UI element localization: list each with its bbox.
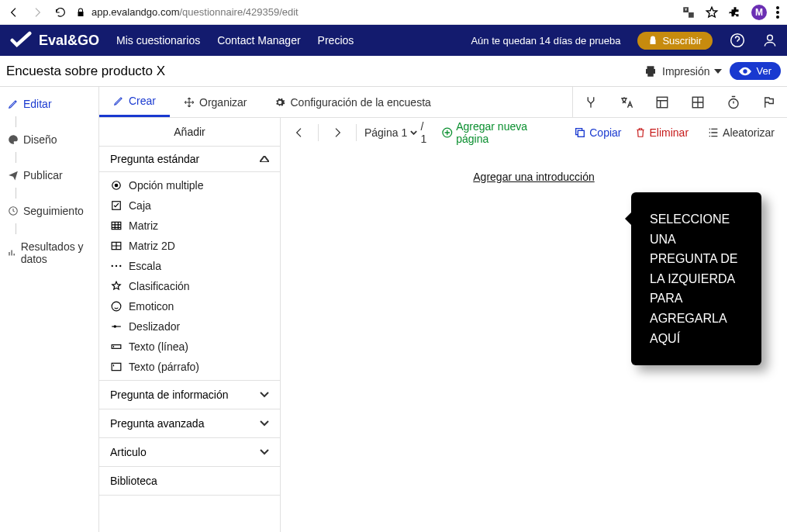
brand-logo[interactable]: Eval&GO xyxy=(9,31,99,50)
profile-avatar[interactable]: M xyxy=(751,5,767,20)
survey-title[interactable]: Encuesta sobre producto X xyxy=(6,64,644,79)
svg-point-1 xyxy=(776,11,779,14)
qtype-ranking[interactable]: Clasificación xyxy=(99,276,280,296)
editor-canvas: Página 1 / 1 Agregar nueva página Copiar xyxy=(281,118,787,532)
sidebar-item-design[interactable]: Diseño xyxy=(5,129,94,150)
chevron-down-icon xyxy=(260,449,269,455)
copy-page-button[interactable]: Copiar xyxy=(569,126,626,139)
nav-my-surveys[interactable]: Mis cuestionarios xyxy=(116,34,200,47)
accordion-info-question[interactable]: Pregunta de información xyxy=(99,380,280,409)
address-bar[interactable]: app.evalandgo.com/questionnaire/429359/e… xyxy=(76,6,672,18)
help-icon[interactable] xyxy=(730,33,745,48)
accordion-standard-question[interactable]: Pregunta estándar xyxy=(99,146,280,172)
add-panel: Añadir Pregunta estándar Opción multiple… xyxy=(99,118,281,532)
eye-icon xyxy=(739,67,751,76)
list-icon xyxy=(707,127,720,138)
plus-circle-icon xyxy=(441,126,454,139)
caret-down-icon xyxy=(714,69,722,74)
qtype-text-paragraph[interactable]: Texto (párrafo) xyxy=(99,357,280,377)
copy-icon xyxy=(574,126,586,139)
svg-point-17 xyxy=(112,302,121,311)
trial-message: Aún te quedan 14 días de prueba xyxy=(471,35,620,47)
url-host: app.evalandgo.com xyxy=(91,6,179,18)
checkbox-icon xyxy=(110,199,123,212)
chevron-up-icon xyxy=(260,156,269,162)
qtype-matrix2d[interactable]: Matriz 2D xyxy=(99,236,280,256)
qtype-emoticon[interactable]: Emoticon xyxy=(99,296,280,316)
svg-point-14 xyxy=(112,265,113,267)
tool-grid-icon[interactable] xyxy=(680,87,716,117)
tab-create[interactable]: Crear xyxy=(99,87,170,117)
browser-forward-icon[interactable] xyxy=(31,6,43,19)
lock-icon xyxy=(76,7,85,18)
qtype-scale[interactable]: Escala xyxy=(99,256,280,276)
accordion-library[interactable]: Biblioteca xyxy=(99,466,280,496)
star-icon xyxy=(110,280,123,292)
tool-branching-icon[interactable] xyxy=(573,87,609,117)
translate-icon[interactable] xyxy=(682,5,696,19)
page-next-button[interactable] xyxy=(326,126,348,139)
chevron-down-icon xyxy=(260,392,269,398)
svg-rect-12 xyxy=(112,222,121,229)
browser-back-icon[interactable] xyxy=(8,6,20,19)
trash-icon xyxy=(635,126,646,139)
add-intro-link[interactable]: Agregar una introducción xyxy=(281,171,787,183)
url-path: /questionnaire/429359/edit xyxy=(179,6,298,18)
add-page-button[interactable]: Agregar nueva página xyxy=(437,120,565,145)
svg-rect-21 xyxy=(112,363,121,370)
sidebar-item-publish[interactable]: Publicar xyxy=(5,164,94,186)
matrix-icon xyxy=(110,219,123,232)
scale-icon xyxy=(110,260,123,272)
qtype-slider[interactable]: Deslizador xyxy=(99,316,280,337)
randomize-button[interactable]: Aleatorizar xyxy=(702,126,779,139)
tab-organize[interactable]: Organizar xyxy=(170,87,261,117)
accordion-advanced-question[interactable]: Pregunta avanzada xyxy=(99,409,280,437)
tool-layout-icon[interactable] xyxy=(644,87,680,117)
svg-point-4 xyxy=(768,35,773,40)
tool-translate-icon[interactable] xyxy=(609,87,644,117)
lock-icon xyxy=(648,36,658,45)
svg-point-15 xyxy=(116,265,117,267)
matrix2d-icon xyxy=(110,240,123,252)
move-icon xyxy=(184,97,195,108)
nav-contact-manager[interactable]: Contact Manager xyxy=(217,34,300,47)
text-line-icon xyxy=(110,340,123,353)
delete-page-button[interactable]: Eliminar xyxy=(630,126,693,139)
left-sidebar: Editar Diseño Publicar Seguimiento Resul… xyxy=(0,87,99,532)
tab-settings[interactable]: Configuración de la encuesta xyxy=(261,87,444,117)
svg-point-19 xyxy=(114,325,117,328)
nav-pricing[interactable]: Precios xyxy=(318,34,354,47)
bar-chart-icon xyxy=(8,247,16,258)
extensions-icon[interactable] xyxy=(728,5,742,19)
svg-rect-6 xyxy=(657,97,668,108)
tool-timer-icon[interactable] xyxy=(716,87,751,117)
accordion-article[interactable]: Articulo xyxy=(99,437,280,466)
sidebar-item-tracking[interactable]: Seguimiento xyxy=(5,200,94,222)
chevron-down-icon xyxy=(260,420,269,427)
qtype-checkbox[interactable]: Caja xyxy=(99,195,280,216)
subscribe-button[interactable]: Suscribir xyxy=(637,32,713,50)
browser-reload-icon[interactable] xyxy=(54,6,67,19)
qtype-multiple-choice[interactable]: Opción multiple xyxy=(99,175,280,195)
page-selector[interactable]: Página 1 / 1 xyxy=(364,120,432,145)
tool-flag-icon[interactable] xyxy=(751,87,787,117)
sidebar-item-edit[interactable]: Editar xyxy=(5,93,94,115)
account-icon[interactable] xyxy=(762,33,778,48)
page-prev-button[interactable] xyxy=(288,126,310,139)
print-button[interactable]: Impresión xyxy=(644,64,722,78)
send-icon xyxy=(8,170,19,181)
slider-icon xyxy=(110,320,123,333)
star-icon[interactable] xyxy=(705,5,719,19)
menu-dots-icon[interactable] xyxy=(776,6,779,19)
svg-point-16 xyxy=(119,265,121,267)
pencil-icon xyxy=(8,98,19,109)
view-button[interactable]: Ver xyxy=(730,62,781,80)
clock-icon xyxy=(8,206,19,216)
sidebar-item-results[interactable]: Resultados y datos xyxy=(5,236,94,270)
svg-point-0 xyxy=(776,6,779,9)
caret-down-icon xyxy=(410,130,417,135)
pencil-icon xyxy=(113,95,124,106)
printer-icon xyxy=(644,64,658,78)
qtype-matrix[interactable]: Matriz xyxy=(99,216,280,236)
qtype-text-line[interactable]: Texto (línea) xyxy=(99,337,280,357)
